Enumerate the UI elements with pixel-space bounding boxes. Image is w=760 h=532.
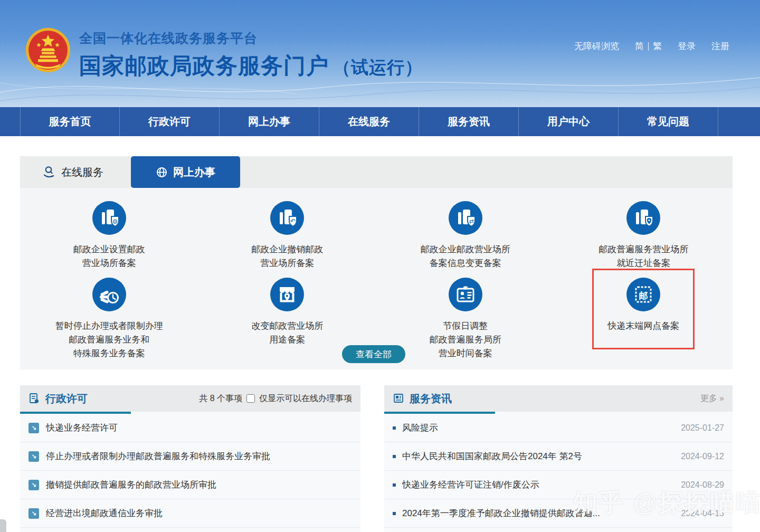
view-all-button[interactable]: 查看全部	[342, 345, 405, 363]
portal-title: 国家邮政局政务服务门户（试运行）	[79, 51, 423, 81]
nav-item-online-services[interactable]: 在线服务	[319, 107, 419, 136]
news-panel-title: 服务资讯	[410, 392, 452, 406]
stamp-icon: 邮	[626, 278, 660, 311]
newspaper-icon	[393, 393, 404, 404]
arrow-icon: ↘	[28, 508, 39, 519]
traditional-chinese-link[interactable]: 繁	[653, 40, 662, 52]
svg-text:⇄: ⇄	[469, 218, 473, 224]
hand-search-icon	[42, 165, 56, 179]
highlight-red-box: 邮 快递末端网点备案	[592, 269, 695, 349]
building-shield-sync-icon: ⇄	[449, 201, 482, 235]
id-card-icon	[449, 278, 482, 311]
list-item[interactable]: ↘ 撤销提供邮政普遍服务的邮政营业场所审批	[20, 471, 360, 499]
service-label: 邮政普遍服务营业场所 就近迁址备案	[598, 243, 688, 270]
news-date: 2024-08-29	[681, 480, 724, 490]
bullet-icon	[393, 455, 396, 458]
corner-tab-decoration	[0, 519, 6, 532]
tab-label: 网上办事	[173, 165, 215, 179]
admin-panel-title: 行政许可	[45, 392, 88, 406]
login-link[interactable]: 登录	[678, 40, 696, 52]
panel-underline	[20, 412, 131, 414]
simplified-chinese-link[interactable]: 简	[635, 40, 644, 52]
news-date: 2024-04-15	[681, 509, 724, 518]
arrow-icon: ↘	[28, 423, 39, 433]
more-link[interactable]: 更多 »	[700, 393, 724, 404]
language-switch: 简 繁	[635, 40, 662, 52]
service-label: 邮政企业撤销邮政 营业场所备案	[251, 243, 323, 270]
svg-text:邮: 邮	[639, 291, 648, 301]
list-item[interactable]: ↘ 停止办理或者限制办理邮政普遍服务和特殊服务业务审批	[20, 442, 360, 471]
national-emblem-logo	[25, 27, 71, 73]
site-header: 全国一体化在线政务服务平台 国家邮政局政务服务门户（试运行） 无障碍浏览 简 繁…	[0, 0, 760, 107]
page: 全国一体化在线政务服务平台 国家邮政局政务服务门户（试运行） 无障碍浏览 简 繁…	[0, 0, 760, 532]
store-pin-icon	[270, 278, 304, 311]
news-item[interactable]: 2024年第一季度准予邮政企业撤销提供邮政普遍... 2024-04-15	[384, 499, 733, 528]
building-shield-gear-icon: ⚙	[92, 201, 126, 235]
service-item-express-terminal-outlet[interactable]: 邮 快递末端网点备案	[555, 278, 733, 360]
nav-item-user-center[interactable]: 用户中心	[519, 107, 619, 136]
service-item-relocation[interactable]: 邮政普遍服务营业场所 就近迁址备案	[555, 201, 733, 270]
news-item[interactable]: 中华人民共和国国家邮政局公告2024年 第2号 2024-09-12	[384, 442, 733, 471]
service-label: 节假日调整 邮政普遍服务局所 营业时间备案	[430, 319, 501, 360]
service-label: 快递末端网点备案	[607, 319, 679, 333]
news-item[interactable]: 风险提示 2025-01-27	[384, 414, 733, 442]
online-only-label: 仅显示可以在线办理事项	[259, 393, 352, 404]
portal-title-suffix: （试运行）	[333, 58, 423, 77]
news-list: 风险提示 2025-01-27 中华人民共和国国家邮政局公告2024年 第2号 …	[384, 412, 733, 528]
services-tabbar: 在线服务 网上办事	[20, 156, 733, 188]
service-item-setup-premises[interactable]: ⚙ 邮政企业设置邮政 营业场所备案	[20, 201, 198, 270]
svg-text:↶: ↶	[290, 217, 296, 225]
header-links: 无障碍浏览 简 繁 登录 注册	[574, 40, 729, 52]
bullet-icon	[393, 483, 396, 487]
news-date: 2024-09-12	[681, 452, 724, 461]
license-document-icon	[28, 393, 40, 404]
bullet-icon	[393, 426, 396, 430]
main-nav: 服务首页 行政许可 网上办事 在线服务 服务资讯 用户中心 常见问题	[0, 107, 760, 136]
svg-text:⚙: ⚙	[112, 218, 118, 225]
service-label: 邮政企业邮政营业场所 备案信息变更备案	[421, 243, 510, 270]
language-divider	[648, 42, 649, 51]
panel-underline	[384, 412, 495, 414]
globe-icon	[156, 166, 168, 178]
service-grid-row-1: ⚙ 邮政企业设置邮政 营业场所备案 ↶ 邮政企业撤销邮政 营业场所备案	[20, 201, 733, 270]
stop-clock-icon	[92, 278, 126, 311]
arrow-icon: ↘	[28, 451, 39, 462]
news-date: 2025-01-27	[681, 423, 724, 433]
news-item[interactable]: 快递业务经营许可证注销/作废公示 2024-08-29	[384, 471, 733, 499]
register-link[interactable]: 注册	[711, 40, 729, 52]
nav-item-online-affairs[interactable]: 网上办事	[220, 107, 319, 136]
service-news-panel: 服务资讯 更多 » 风险提示 2025-01-27 中华人民共和国国家邮政局公告…	[384, 385, 733, 532]
building-shield-pin-icon	[626, 201, 660, 235]
tab-online-affairs[interactable]: 网上办事	[131, 156, 240, 188]
nav-item-service-news[interactable]: 服务资讯	[419, 107, 519, 136]
admin-panel-header: 行政许可 共 8 个事项 仅显示可以在线办理事项	[20, 385, 360, 412]
list-item[interactable]: ↘ 经营进出境邮政通信业务审批	[20, 499, 360, 528]
service-label: 邮政企业设置邮政 营业场所备案	[73, 243, 145, 270]
services-panel: 在线服务 网上办事 ⚙	[20, 156, 733, 369]
list-item[interactable]: ↘ 快递业务经营许可	[20, 414, 360, 442]
bullet-icon	[393, 512, 396, 515]
service-item-change-record-info[interactable]: ⇄ 邮政企业邮政营业场所 备案信息变更备案	[376, 201, 555, 270]
news-panel-header: 服务资讯 更多 »	[384, 385, 733, 412]
admin-list: ↘ 快递业务经营许可 ↘ 停止办理或者限制办理邮政普遍服务和特殊服务业务审批 ↘…	[20, 412, 360, 528]
service-label: 改变邮政营业场所 用途备案	[251, 319, 323, 347]
building-shield-undo-icon: ↶	[270, 201, 304, 235]
admin-licensing-panel: 行政许可 共 8 个事项 仅显示可以在线办理事项 ↘ 快递业务经营许可 ↘ 停止…	[20, 385, 360, 532]
online-only-checkbox[interactable]	[246, 394, 255, 403]
arrow-icon: ↘	[28, 480, 39, 490]
nav-item-faq[interactable]: 常见问题	[619, 107, 718, 136]
service-item-suspend-services[interactable]: 暂时停止办理或者限制办理 邮政普遍服务业务和 特殊服务业务备案	[20, 278, 198, 360]
tab-label: 在线服务	[61, 165, 103, 179]
platform-subtitle: 全国一体化在线政务服务平台	[79, 30, 423, 47]
tab-online-services[interactable]: 在线服务	[42, 156, 103, 188]
nav-item-licensing[interactable]: 行政许可	[120, 107, 220, 136]
service-label: 暂时停止办理或者限制办理 邮政普遍服务业务和 特殊服务业务备案	[55, 319, 163, 360]
accessibility-link[interactable]: 无障碍浏览	[574, 40, 619, 52]
items-count: 共 8 个事项	[199, 393, 242, 404]
service-item-revoke-premises[interactable]: ↶ 邮政企业撤销邮政 营业场所备案	[198, 201, 377, 270]
nav-item-home[interactable]: 服务首页	[20, 107, 120, 136]
